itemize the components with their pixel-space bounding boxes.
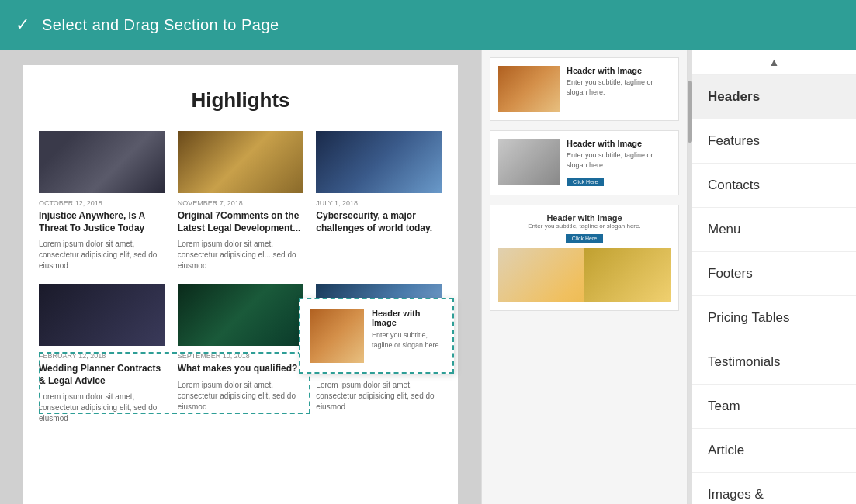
drag-preview-content: Header with Image Enter you subtitle, ta… (372, 309, 443, 350)
nav-item-testimonials[interactable]: Testimonials (692, 340, 856, 385)
blog-excerpt-6: Lorem ipsum dolor sit amet, consectetur … (316, 380, 442, 413)
blog-date-1: OCTOBER 12, 2018 (39, 199, 165, 207)
blog-image-1 (39, 131, 165, 193)
nav-scroll-up[interactable]: ▲ (692, 50, 856, 75)
blog-excerpt-1: Lorem ipsum dolor sit amet, consectetur … (39, 239, 165, 271)
blog-date-2: NOVEMBER 7, 2018 (178, 199, 304, 207)
top-bar-title: Select and Drag Section to Page (42, 16, 279, 34)
nav-item-pricing-tables[interactable]: Pricing Tables (692, 296, 856, 340)
section-title-1: Header with Image (567, 66, 671, 75)
scroll-indicator[interactable] (688, 50, 692, 504)
section-desc-3: Enter you subtitle, tagline or slogan he… (498, 223, 671, 230)
section-thumb-3 (498, 248, 671, 302)
blog-item: JULY 1, 2018 Cybersecurity, a major chal… (316, 131, 442, 271)
blog-title-1: Injustice Anywhere, Is A Threat To Justi… (39, 210, 165, 234)
blog-excerpt-2: Lorem ipsum dolor sit amet, consectetur … (178, 239, 304, 271)
section-thumb-2 (498, 139, 560, 185)
nav-item-menu[interactable]: Menu (692, 208, 856, 252)
section-thumb-1 (498, 66, 560, 112)
nav-item-images-video[interactable]: Images & Video & (692, 473, 856, 504)
nav-label-images-video: Images & (708, 487, 764, 502)
blog-excerpt-5: Lorem ipsum dolor sit amet, consectetur … (178, 380, 304, 413)
section-card-3-header: Header with Image Enter you subtitle, ta… (498, 213, 671, 243)
drag-preview-image (310, 309, 364, 363)
nav-label-menu: Menu (708, 222, 741, 236)
nav-label-team: Team (708, 399, 740, 413)
section-desc-2: Enter you subtitle, tagline or slogan he… (567, 150, 671, 170)
blog-excerpt-4: Lorem ipsum dolor sit amet, consectetur … (39, 392, 165, 424)
section-desc-1: Enter you subtitle, tagline or slogan he… (567, 78, 671, 97)
blog-title-2: Original 7Comments on the Latest Legal D… (178, 210, 304, 234)
section-title-3: Header with Image (498, 213, 671, 223)
main-content: Highlights OCTOBER 12, 2018 Injustice An… (0, 50, 856, 504)
scroll-thumb (688, 81, 692, 143)
section-card-3[interactable]: Header with Image Enter you subtitle, ta… (490, 205, 679, 311)
nav-label-contacts: Contacts (708, 178, 760, 192)
blog-item: NOVEMBER 7, 2018 Original 7Comments on t… (178, 131, 304, 271)
blog-image-2 (178, 131, 304, 193)
blog-date-4: FEBRUARY 12, 2018 (39, 352, 165, 360)
blog-image-3 (316, 131, 442, 193)
drag-preview-subtitle: Enter you subtitle, tagline or slogan he… (372, 330, 443, 350)
nav-item-contacts[interactable]: Contacts (692, 164, 856, 208)
drag-preview-title: Header with Image (372, 309, 443, 327)
middle-section: Header with Image Enter you subtitle, ta… (481, 50, 692, 504)
section-cta-3[interactable]: Click Here (566, 234, 603, 243)
nav-label-pricing-tables: Pricing Tables (708, 310, 790, 325)
blog-item: OCTOBER 12, 2018 Injustice Anywhere, Is … (39, 131, 165, 271)
section-card-2[interactable]: Header with Image Enter you subtitle, ta… (490, 130, 679, 195)
nav-label-testimonials: Testimonials (708, 354, 781, 369)
sections-panel: Header with Image Enter you subtitle, ta… (481, 50, 688, 504)
section-info-2: Header with Image Enter you subtitle, ta… (567, 139, 671, 187)
blog-date-5: SEPTEMBER 10, 2018 (178, 352, 304, 360)
nav-item-team[interactable]: Team (692, 385, 856, 429)
check-icon: ✓ (16, 15, 29, 35)
section-info-1: Header with Image Enter you subtitle, ta… (567, 66, 671, 97)
blog-title-4: Wedding Planner Contracts & Legal Advice (39, 363, 165, 387)
section-cta-2[interactable]: Click Here (567, 178, 604, 186)
top-bar: ✓ Select and Drag Section to Page (0, 0, 856, 50)
drag-preview-card[interactable]: Header with Image Enter you subtitle, ta… (299, 298, 454, 374)
blog-item: SEPTEMBER 10, 2018 What makes you qualif… (178, 284, 304, 424)
blog-title-5: What makes you qualified? (178, 363, 304, 375)
nav-item-headers[interactable]: Headers (692, 75, 856, 119)
blog-date-3: JULY 1, 2018 (316, 199, 442, 207)
nav-item-footers[interactable]: Footers (692, 252, 856, 296)
nav-item-article[interactable]: Article (692, 429, 856, 473)
blog-image-4 (39, 284, 165, 346)
nav-panel: ▲ Headers Features Contacts Menu Footers… (692, 50, 856, 504)
blog-image-5 (178, 284, 304, 346)
blog-grid: OCTOBER 12, 2018 Injustice Anywhere, Is … (39, 131, 442, 424)
left-panel: Highlights OCTOBER 12, 2018 Injustice An… (0, 50, 481, 504)
blog-title-3: Cybersecurity, a major challenges of wor… (316, 210, 442, 234)
section-title-2: Header with Image (567, 139, 671, 148)
section-thumb-3-overlay (584, 248, 671, 302)
nav-label-article: Article (708, 443, 744, 457)
blog-item: FEBRUARY 12, 2018 Wedding Planner Contra… (39, 284, 165, 424)
nav-label-features: Features (708, 133, 760, 148)
section-card-1-inner: Header with Image Enter you subtitle, ta… (498, 66, 671, 112)
nav-item-features[interactable]: Features (692, 119, 856, 164)
page-preview: Highlights OCTOBER 12, 2018 Injustice An… (23, 65, 458, 504)
nav-label-headers: Headers (708, 89, 760, 104)
page-section-title: Highlights (39, 88, 442, 112)
section-card-1[interactable]: Header with Image Enter you subtitle, ta… (490, 57, 679, 121)
nav-label-footers: Footers (708, 266, 753, 281)
